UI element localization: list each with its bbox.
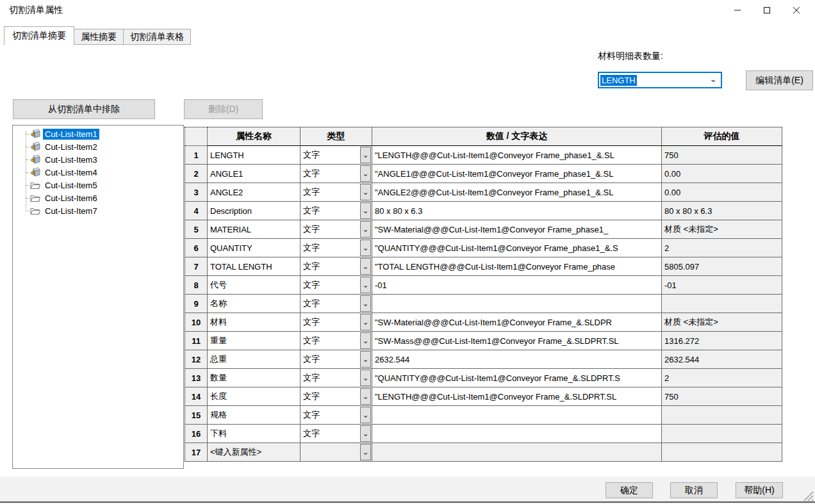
- property-value-cell[interactable]: [372, 406, 662, 425]
- row-number-cell[interactable]: 16: [185, 425, 208, 443]
- tree-item[interactable]: Cut-List-Item6: [13, 191, 183, 204]
- property-type-cell[interactable]: 文字⌄: [300, 146, 372, 165]
- row-number-cell[interactable]: 5: [185, 220, 208, 239]
- property-value-cell[interactable]: -01: [372, 276, 662, 295]
- tree-item-label[interactable]: Cut-List-Item2: [43, 142, 99, 152]
- type-dropdown-button[interactable]: ⌄: [360, 240, 371, 256]
- property-name-cell[interactable]: 长度: [208, 387, 300, 406]
- property-type-cell[interactable]: 文字⌄: [300, 369, 372, 387]
- type-dropdown-button[interactable]: ⌄: [360, 425, 371, 442]
- property-type-cell[interactable]: 文字⌄: [300, 350, 372, 369]
- property-name-cell[interactable]: LENGTH: [208, 146, 300, 165]
- property-type-cell[interactable]: 文字⌄: [300, 257, 372, 276]
- type-dropdown-button[interactable]: ⌄: [360, 258, 371, 275]
- table-corner-cell[interactable]: [185, 127, 208, 146]
- property-name-cell[interactable]: 规格: [208, 406, 300, 425]
- property-type-cell[interactable]: 文字⌄: [300, 425, 372, 443]
- property-name-cell[interactable]: 数量: [208, 369, 300, 387]
- property-value-cell[interactable]: "SW-Material@@@Cut-List-Item1@Conveyor F…: [372, 313, 662, 332]
- chevron-down-icon[interactable]: ⌄: [709, 74, 717, 84]
- property-value-cell[interactable]: 2632.544: [372, 350, 662, 369]
- row-number-cell[interactable]: 9: [185, 295, 208, 313]
- exclude-from-cut-list-button[interactable]: 从切割清单中排除: [13, 99, 155, 119]
- maximize-button[interactable]: [752, 0, 782, 20]
- property-value-cell[interactable]: "TOTAL LENGTH@@@Cut-List-Item1@Conveyor …: [372, 257, 662, 276]
- help-button[interactable]: 帮助(H): [736, 482, 783, 498]
- type-dropdown-button[interactable]: ⌄: [360, 165, 371, 182]
- property-value-cell[interactable]: "QUANTITY@@@Cut-List-Item1@Conveyor Fram…: [372, 239, 662, 257]
- type-dropdown-button[interactable]: ⌄: [360, 332, 371, 349]
- property-name-cell[interactable]: TOTAL LENGTH: [208, 257, 300, 276]
- tree-item-label[interactable]: Cut-List-Item6: [43, 193, 99, 204]
- property-type-cell[interactable]: 文字⌄: [300, 387, 372, 406]
- row-number-cell[interactable]: 10: [185, 313, 208, 332]
- row-number-cell[interactable]: 1: [185, 146, 208, 165]
- row-number-cell[interactable]: 11: [185, 332, 208, 350]
- type-dropdown-button[interactable]: ⌄: [360, 184, 371, 200]
- bom-quantity-combobox[interactable]: LENGTH ⌄: [598, 72, 722, 88]
- property-value-cell[interactable]: [372, 425, 662, 443]
- property-type-cell[interactable]: 文字⌄: [300, 276, 372, 295]
- property-value-cell[interactable]: "LENGTH@@@Cut-List-Item1@Conveyor Frame_…: [372, 387, 662, 406]
- row-number-cell[interactable]: 15: [185, 406, 208, 425]
- tree-item-label[interactable]: Cut-List-Item5: [43, 180, 99, 191]
- property-value-cell[interactable]: "ANGLE2@@@Cut-List-Item1@Conveyor Frame_…: [372, 183, 662, 202]
- property-name-cell[interactable]: ANGLE1: [208, 165, 300, 183]
- property-type-cell[interactable]: 文字⌄: [300, 313, 372, 332]
- row-number-cell[interactable]: 12: [185, 350, 208, 369]
- type-dropdown-button[interactable]: ⌄: [360, 202, 371, 219]
- edit-list-button[interactable]: 编辑清单(E): [746, 70, 813, 90]
- property-name-cell[interactable]: 材料: [208, 313, 300, 332]
- row-number-cell[interactable]: 2: [185, 165, 208, 183]
- property-name-cell[interactable]: MATERIAL: [208, 220, 300, 239]
- property-type-cell[interactable]: 文字⌄: [300, 239, 372, 257]
- property-value-cell[interactable]: "SW-Material@@@Cut-List-Item1@Conveyor F…: [372, 220, 662, 239]
- type-dropdown-button[interactable]: ⌄: [360, 407, 371, 423]
- property-name-cell[interactable]: QUANTITY: [208, 239, 300, 257]
- property-type-cell[interactable]: 文字⌄: [300, 183, 372, 202]
- tree-item[interactable]: Cut-List-Item4: [13, 166, 183, 179]
- type-dropdown-button[interactable]: ⌄: [360, 147, 371, 163]
- minimize-button[interactable]: [723, 0, 752, 20]
- property-name-cell[interactable]: 总重: [208, 350, 300, 369]
- type-dropdown-button[interactable]: ⌄: [360, 370, 371, 386]
- row-number-cell[interactable]: 4: [185, 202, 208, 220]
- tree-item[interactable]: Cut-List-Item3: [13, 153, 183, 166]
- tree-item[interactable]: Cut-List-Item7: [13, 204, 183, 217]
- property-type-cell[interactable]: 文字⌄: [300, 202, 372, 220]
- row-number-cell[interactable]: 13: [185, 369, 208, 387]
- property-type-cell[interactable]: 文字⌄: [300, 406, 372, 425]
- property-type-cell[interactable]: ⌄: [300, 443, 372, 462]
- type-dropdown-button[interactable]: ⌄: [360, 277, 371, 293]
- property-name-cell[interactable]: 名称: [208, 295, 300, 313]
- property-value-cell[interactable]: "SW-Mass@@@Cut-List-Item1@Conveyor Frame…: [372, 332, 662, 350]
- tree-item-label[interactable]: Cut-List-Item7: [43, 206, 99, 216]
- property-name-cell[interactable]: 下料: [208, 425, 300, 443]
- ok-button[interactable]: 确定: [605, 482, 653, 498]
- type-dropdown-button[interactable]: ⌄: [360, 388, 371, 405]
- property-value-cell[interactable]: "LENGTH@@@Cut-List-Item1@Conveyor Frame_…: [372, 146, 662, 165]
- row-number-cell[interactable]: 17: [185, 443, 208, 462]
- property-value-cell[interactable]: "QUANTITY@@@Cut-List-Item1@Conveyor Fram…: [372, 369, 662, 387]
- property-type-cell[interactable]: 文字⌄: [300, 220, 372, 239]
- type-dropdown-button[interactable]: ⌄: [360, 314, 371, 330]
- type-dropdown-button[interactable]: ⌄: [360, 221, 371, 238]
- property-value-cell[interactable]: [372, 295, 662, 313]
- type-dropdown-button[interactable]: ⌄: [360, 351, 371, 368]
- row-number-cell[interactable]: 7: [185, 257, 208, 276]
- tab-cut-list-summary[interactable]: 切割清单摘要: [4, 26, 74, 45]
- tree-item-label[interactable]: Cut-List-Item3: [43, 154, 99, 165]
- type-dropdown-button[interactable]: ⌄: [360, 295, 371, 312]
- tab-cut-list-table[interactable]: 切割清单表格: [123, 29, 191, 45]
- row-number-cell[interactable]: 8: [185, 276, 208, 295]
- row-number-cell[interactable]: 3: [185, 183, 208, 202]
- tree-item[interactable]: Cut-List-Item5: [13, 179, 183, 191]
- cancel-button[interactable]: 取消: [670, 482, 718, 498]
- resize-grip[interactable]: [802, 490, 814, 501]
- property-name-cell[interactable]: 代号: [208, 276, 300, 295]
- row-number-cell[interactable]: 14: [185, 387, 208, 406]
- row-number-cell[interactable]: 6: [185, 239, 208, 257]
- tab-properties-summary[interactable]: 属性摘要: [74, 29, 124, 45]
- property-name-cell[interactable]: ANGLE2: [208, 183, 300, 202]
- property-name-cell[interactable]: 重量: [208, 332, 300, 350]
